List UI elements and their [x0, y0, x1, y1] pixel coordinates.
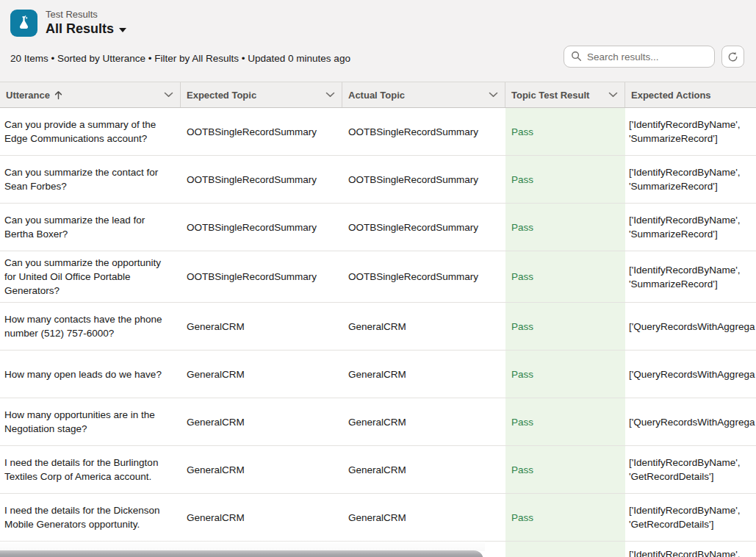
- test-results-page: Test Results All Results 20 Items • Sort…: [0, 0, 756, 557]
- cell-utterance: How many opportunities are in the Negoti…: [0, 398, 181, 445]
- cell-expected-actions: ['IdentifyRecordByName', 'GetRecordDetai…: [625, 494, 756, 541]
- cell-actual-topic: OOTBSingleRecordSummary: [342, 204, 505, 251]
- table-row: Can you summarize the opportunity for Un…: [0, 251, 756, 303]
- cell-utterance: I need the details for the Burlington Te…: [0, 446, 181, 493]
- search-box: [564, 46, 715, 68]
- cell-utterance: Can you summarize the opportunity for Un…: [0, 251, 181, 302]
- table-header-row: Utterance Expected Topic Actual Topic To…: [0, 82, 756, 108]
- cell-expected-actions: ['IdentifyRecordByName', 'SummarizeRecor…: [625, 204, 756, 251]
- cell-utterance: I need the details for the Dickenson Mob…: [0, 494, 181, 541]
- cell-actual-topic: OOTBSingleRecordSummary: [342, 108, 505, 155]
- table-row: Can you summarize the contact for Sean F…: [0, 156, 756, 204]
- view-selector-dropdown[interactable]: All Results: [46, 21, 126, 37]
- refresh-button[interactable]: [721, 46, 744, 68]
- cell-utterance: Can you summarize the contact for Sean F…: [0, 156, 181, 203]
- cell-actual-topic: GeneralCRM: [342, 303, 505, 350]
- cell-expected-topic: OOTBSingleRecordSummary: [181, 156, 342, 203]
- cell-expected-topic: GeneralCRM: [181, 494, 342, 541]
- chevron-down-icon[interactable]: [608, 92, 618, 98]
- table-body: Can you provide a summary of the Edge Co…: [0, 108, 756, 557]
- column-header-label: Expected Actions: [631, 90, 711, 101]
- cell-expected-topic: OOTBSingleRecordSummary: [181, 108, 342, 155]
- list-meta: 20 Items • Sorted by Utterance • Filter …: [10, 53, 350, 64]
- cell-expected-topic: OOTBSingleRecordSummary: [181, 251, 342, 302]
- results-table: Utterance Expected Topic Actual Topic To…: [0, 82, 756, 557]
- column-header-label: Utterance: [6, 90, 50, 101]
- cell-expected-topic: GeneralCRM: [181, 446, 342, 493]
- cell-actual-topic: GeneralCRM: [342, 446, 505, 493]
- column-header-label: Expected Topic: [187, 90, 256, 101]
- bottom-overlay: [0, 550, 483, 557]
- list-controls: [564, 46, 744, 68]
- object-titles: Test Results All Results: [46, 9, 126, 37]
- cell-expected-topic: GeneralCRM: [181, 398, 342, 445]
- column-header[interactable]: Actual Topic: [342, 82, 505, 107]
- cell-utterance: How many contacts have the phone number …: [0, 303, 181, 350]
- cell-actual-topic: GeneralCRM: [342, 398, 505, 445]
- flask-icon: [10, 10, 37, 37]
- cell-topic-test-result: Pass: [505, 446, 625, 493]
- cell-actual-topic: OOTBSingleRecordSummary: [342, 156, 505, 203]
- cell-topic-test-result: Pass: [505, 303, 625, 350]
- cell-expected-topic: GeneralCRM: [181, 351, 342, 398]
- cell-topic-test-result: Pass: [505, 204, 625, 251]
- cell-topic-test-result: Pass: [505, 351, 625, 398]
- cell-expected-actions: ['IdentifyRecordByName',: [625, 542, 756, 557]
- cell-utterance: How many open leads do we have?: [0, 351, 181, 398]
- sort-ascending-icon: [54, 90, 62, 100]
- chevron-down-icon[interactable]: [489, 92, 498, 98]
- cell-actual-topic: GeneralCRM: [342, 351, 505, 398]
- search-input[interactable]: [564, 46, 715, 68]
- table-row: How many opportunities are in the Negoti…: [0, 398, 756, 446]
- cell-actual-topic: OOTBSingleRecordSummary: [342, 251, 505, 302]
- cell-expected-actions: ['QueryRecordsWithAggrega: [625, 351, 756, 398]
- cell-expected-actions: ['IdentifyRecordByName', 'GetRecordDetai…: [625, 446, 756, 493]
- cell-topic-test-result: Pass: [505, 398, 625, 445]
- search-icon: [571, 51, 582, 62]
- table-row: Can you provide a summary of the Edge Co…: [0, 108, 756, 156]
- cell-expected-actions: ['QueryRecordsWithAggrega: [625, 398, 756, 445]
- cell-utterance: Can you summarize the lead for Bertha Bo…: [0, 204, 181, 251]
- view-name: All Results: [46, 21, 114, 37]
- object-header: Test Results All Results: [10, 9, 126, 37]
- chevron-down-icon[interactable]: [325, 92, 335, 98]
- cell-expected-topic: GeneralCRM: [181, 303, 342, 350]
- column-header[interactable]: Utterance: [0, 82, 181, 107]
- column-header[interactable]: Expected Actions: [625, 82, 756, 107]
- cell-expected-topic: OOTBSingleRecordSummary: [181, 204, 342, 251]
- cell-topic-test-result: Pass: [505, 156, 625, 203]
- cell-expected-actions: ['IdentifyRecordByName', 'SummarizeRecor…: [625, 108, 756, 155]
- column-header-label: Topic Test Result: [511, 90, 589, 101]
- cell-topic-test-result: [505, 542, 625, 557]
- column-header[interactable]: Expected Topic: [181, 82, 342, 107]
- table-row: How many open leads do we have? GeneralC…: [0, 351, 756, 398]
- table-row: I need the details for the Burlington Te…: [0, 446, 756, 494]
- list-view-header: Test Results All Results 20 Items • Sort…: [0, 0, 756, 82]
- column-header[interactable]: Topic Test Result: [505, 82, 625, 107]
- cell-topic-test-result: Pass: [505, 494, 625, 541]
- cell-actual-topic: GeneralCRM: [342, 494, 505, 541]
- table-row: How many contacts have the phone number …: [0, 303, 756, 351]
- table-row: I need the details for the Dickenson Mob…: [0, 494, 756, 542]
- table-row: Can you summarize the lead for Bertha Bo…: [0, 204, 756, 251]
- cell-expected-actions: ['IdentifyRecordByName', 'SummarizeRecor…: [625, 251, 756, 302]
- chevron-down-icon: [119, 28, 126, 32]
- cell-topic-test-result: Pass: [505, 251, 625, 302]
- entity-label: Test Results: [46, 9, 126, 21]
- cell-utterance: Can you provide a summary of the Edge Co…: [0, 108, 181, 155]
- cell-expected-actions: ['IdentifyRecordByName', 'SummarizeRecor…: [625, 156, 756, 203]
- column-header-label: Actual Topic: [348, 90, 405, 101]
- cell-expected-actions: ['QueryRecordsWithAggrega: [625, 303, 756, 350]
- chevron-down-icon[interactable]: [164, 92, 173, 98]
- cell-topic-test-result: Pass: [505, 108, 625, 155]
